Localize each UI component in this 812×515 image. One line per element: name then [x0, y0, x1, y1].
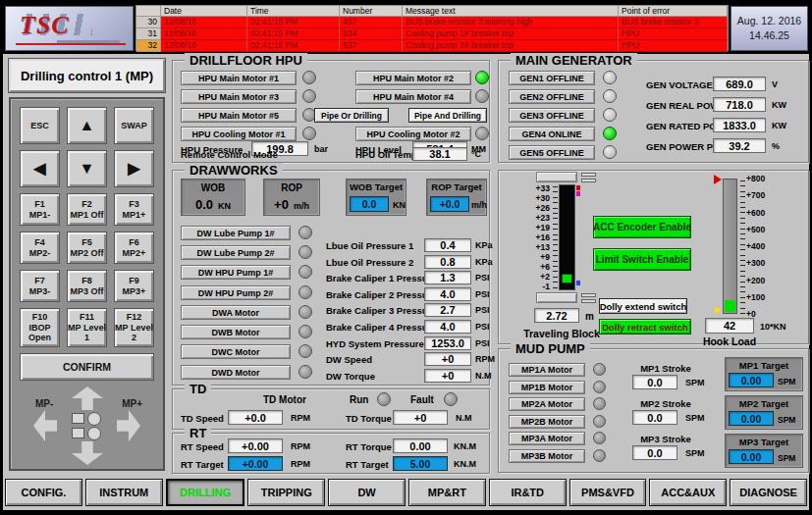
- nav-diagnose-button[interactable]: DIAGNOSE: [730, 479, 807, 506]
- gen4-button[interactable]: GEN4 ONLINE: [509, 127, 595, 141]
- alarm-row-num[interactable]: 32: [136, 40, 161, 52]
- mp2-target-setpoint[interactable]: 0.00: [729, 411, 774, 426]
- alarm-cell-point[interactable]: HPU: [619, 28, 728, 40]
- dpad-down-arrow-icon[interactable]: [72, 441, 103, 465]
- hpu-main-motor-4-button[interactable]: HPU Main Motor #4: [355, 89, 471, 104]
- mp1-target-setpoint[interactable]: 0.00: [729, 373, 774, 387]
- dw-lube-pump-1-button[interactable]: DW Lube Pump 1#: [181, 226, 291, 240]
- nav-pmsvfd-button[interactable]: PMS&VFD: [569, 479, 647, 506]
- key-right-arrow[interactable]: ▶: [114, 150, 154, 187]
- alarm-cell-time[interactable]: 02:41:15 PM: [247, 40, 340, 52]
- dolly-extend-switch-button[interactable]: Dolly extend switch: [599, 298, 687, 314]
- dpad-up-arrow-icon[interactable]: [72, 386, 103, 410]
- rop-target-setpoint[interactable]: +0.0: [430, 196, 469, 212]
- gen-rated-power-value: 1833.0: [713, 118, 766, 132]
- dw-hpu-pump-2-button[interactable]: DW HPU Pump 2#: [181, 285, 291, 300]
- rt-target-speed-label: RT Target: [181, 459, 224, 470]
- mp3-target-setpoint[interactable]: 0.00: [729, 449, 774, 464]
- alarm-cell-point[interactable]: HPU: [619, 40, 728, 52]
- alarm-cell-number[interactable]: 534: [340, 28, 403, 40]
- nav-irtd-button[interactable]: IR&TD: [489, 479, 567, 506]
- dwd-motor-button[interactable]: DWD Motor: [181, 365, 291, 380]
- alarm-cell-message[interactable]: BUS brake resistor 3 warning high: [403, 17, 619, 28]
- tb-scroll-up[interactable]: [536, 172, 577, 182]
- gen2-button[interactable]: GEN2 OFFLINE: [509, 89, 595, 104]
- key-f2[interactable]: F2MP1 Off: [67, 193, 107, 226]
- alarm-cell-time[interactable]: 02:41:15 PM: [247, 28, 340, 40]
- hpu-main-motor-2-button[interactable]: HPU Main Motor #2: [355, 71, 471, 85]
- pipe-and-drilling-button[interactable]: Pipe And Drilling: [408, 108, 487, 123]
- wob-target-setpoint[interactable]: 0.0: [350, 196, 389, 212]
- hpu-main-motor-3-button[interactable]: HPU Main Motor #3: [181, 89, 297, 104]
- mp2a-motor-button[interactable]: MP2A Motor: [509, 397, 585, 411]
- dpad-left-arrow-icon[interactable]: [33, 410, 57, 441]
- mp1b-motor-button[interactable]: MP1B Motor: [509, 381, 585, 394]
- dwa-motor-button[interactable]: DWA Motor: [181, 305, 291, 320]
- nav-config-button[interactable]: CONFIG.: [5, 479, 82, 506]
- key-up-arrow[interactable]: ▲: [67, 107, 107, 144]
- limit-switch-enable-button[interactable]: Limit Switch Enable: [593, 248, 691, 271]
- nav-dw-button[interactable]: DW: [328, 479, 406, 506]
- key-f9[interactable]: F9MP3+: [114, 270, 154, 302]
- gen1-button[interactable]: GEN1 OFFLINE: [509, 71, 595, 85]
- key-f6[interactable]: F6MP2+: [114, 232, 154, 264]
- key-f3[interactable]: F3MP1+: [114, 193, 154, 226]
- key-f12[interactable]: F12MP Level 2: [114, 308, 154, 347]
- nav-drilling-button[interactable]: DRILLING: [166, 479, 245, 506]
- key-down-arrow[interactable]: ▼: [67, 150, 107, 187]
- nav-accaux-button[interactable]: ACC&AUX: [649, 479, 727, 506]
- dpad-right-arrow-icon[interactable]: [117, 410, 140, 441]
- pipe-or-drilling-button[interactable]: Pipe Or Drilling: [314, 108, 389, 123]
- dw-hpu-pump-1-button[interactable]: DW HPU Pump 1#: [181, 265, 291, 280]
- key-esc[interactable]: ESC: [20, 107, 60, 144]
- key-swap[interactable]: SWAP: [114, 107, 154, 144]
- tb-ticks: [553, 186, 558, 290]
- nav-instrum-button[interactable]: INSTRUM: [85, 479, 163, 506]
- alarm-cell-point[interactable]: BUS brake resistor 3: [619, 17, 728, 28]
- key-f10[interactable]: F10IBOP Open: [20, 308, 60, 347]
- dwc-motor-button[interactable]: DWC Motor: [181, 344, 291, 359]
- hpu-cooling-motor-1-button[interactable]: HPU Cooling Motor #1: [181, 127, 297, 141]
- tb-scroll-down[interactable]: [536, 292, 577, 303]
- rt-target-torque-setpoint[interactable]: 5.00: [393, 456, 448, 471]
- rt-target-speed-setpoint[interactable]: +0.00: [228, 456, 283, 471]
- tb-top-indicator: [581, 179, 596, 182]
- alarm-col-date: Date: [161, 6, 247, 17]
- mp2b-motor-button[interactable]: MP2B Motor: [509, 415, 585, 429]
- hpu-cooling-motor-2-button[interactable]: HPU Cooling Motor #2: [355, 127, 471, 141]
- key-f1[interactable]: F1MP1-: [20, 193, 60, 226]
- mp1a-motor-button[interactable]: MP1A Motor: [509, 363, 585, 377]
- alarm-cell-time[interactable]: 02:41:15 PM: [247, 17, 340, 28]
- mp3a-motor-button[interactable]: MP3A Motor: [509, 432, 585, 445]
- alarm-cell-date[interactable]: 12/08/16: [161, 17, 247, 28]
- dwb-motor-button[interactable]: DWB Motor: [181, 325, 291, 339]
- alarm-cell-message[interactable]: Cooling pump 2# breaker trip: [403, 40, 619, 52]
- dw-lube-pump-2-button[interactable]: DW Lube Pump 2#: [181, 245, 291, 260]
- key-f5[interactable]: F5MP2 Off: [67, 232, 107, 264]
- alarm-cell-date[interactable]: 12/08/16: [161, 28, 247, 40]
- alarm-row-num[interactable]: 31: [136, 28, 161, 40]
- key-f7[interactable]: F7MP3-: [20, 270, 60, 302]
- alarm-cell-number[interactable]: 457: [340, 17, 403, 28]
- alarm-cell-message[interactable]: Cooling pump 1# breaker trip: [403, 28, 619, 40]
- lube-oil-pressure-1-label: Lbue Oil Pressure 1: [326, 240, 413, 251]
- gen3-led: [603, 108, 617, 122]
- alarm-row-num[interactable]: 30: [136, 17, 161, 28]
- hpu-main-motor-5-button[interactable]: HPU Main Motor #5: [181, 108, 297, 123]
- nav-mprt-button[interactable]: MP&RT: [408, 479, 486, 506]
- gen-power-per-value: 39.2: [713, 138, 766, 153]
- alarm-cell-date[interactable]: 12/08/16: [161, 40, 247, 52]
- key-left-arrow[interactable]: ◀: [20, 150, 60, 187]
- key-f8[interactable]: F8MP3 Off: [67, 270, 107, 302]
- key-f4[interactable]: F4MP2-: [20, 232, 60, 264]
- confirm-button[interactable]: CONFIRM: [20, 353, 154, 381]
- gen3-button[interactable]: GEN3 OFFLINE: [509, 108, 595, 123]
- gen5-button[interactable]: GEN5 OFFLINE: [509, 145, 595, 160]
- alarm-cell-number[interactable]: 537: [340, 40, 403, 52]
- key-f11[interactable]: F11MP Level 1: [67, 308, 107, 347]
- hpu-main-motor-1-button[interactable]: HPU Main Motor #1: [181, 71, 297, 85]
- nav-tripping-button[interactable]: TRIPPING: [247, 479, 325, 506]
- mp3b-motor-button[interactable]: MP3B Motor: [509, 449, 585, 463]
- acc-encoder-enable-button[interactable]: ACC Encoder Enable: [593, 216, 691, 238]
- dolly-retract-switch-button[interactable]: Dolly retract switch: [599, 319, 691, 335]
